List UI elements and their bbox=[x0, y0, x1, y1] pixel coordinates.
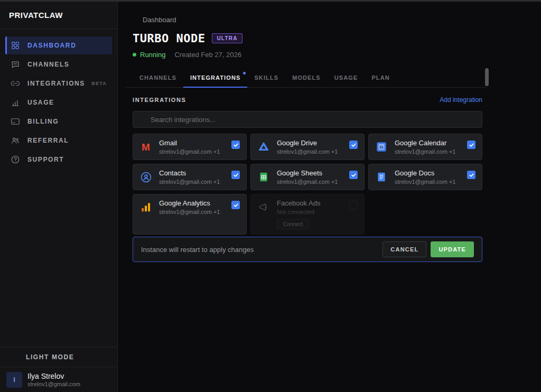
scrollbar-thumb[interactable] bbox=[485, 68, 489, 86]
avatar: I bbox=[6, 372, 22, 388]
tab-plan[interactable]: PLAN bbox=[365, 69, 396, 87]
integration-subtitle: strelov1@gmail.com +1 bbox=[277, 148, 345, 155]
page-title: TURBO NODE bbox=[133, 32, 205, 45]
tab-label: MODELS bbox=[292, 74, 321, 81]
tab-label: SKILLS bbox=[254, 74, 278, 81]
sidebar-nav: DASHBOARDCHANNELSINTEGRATIONSBETAUSAGEBI… bbox=[0, 29, 117, 169]
integration-card-contacts[interactable]: Contacts strelov1@gmail.com +1 bbox=[133, 164, 247, 190]
integration-card-gmail[interactable]: M Gmail strelov1@gmail.com +1 bbox=[133, 134, 247, 160]
card-body: Contacts strelov1@gmail.com +1 bbox=[159, 169, 227, 185]
notification-dot bbox=[243, 72, 246, 74]
integrations-icon bbox=[11, 79, 20, 88]
search-bar bbox=[133, 111, 482, 128]
google-calendar-icon: 31 bbox=[375, 141, 388, 153]
restart-message: Instance will restart to apply changes bbox=[141, 246, 254, 254]
integration-card-google-analytics[interactable]: Google Analytics strelov1@gmail.com +1 bbox=[133, 194, 247, 235]
integration-subtitle: strelov1@gmail.com +1 bbox=[395, 179, 463, 185]
sidebar-item-label: BILLING bbox=[27, 118, 59, 125]
integration-card-google-docs[interactable]: Google Docs strelov1@gmail.com +1 bbox=[368, 164, 482, 190]
tab-label: INTEGRATIONS bbox=[190, 74, 241, 81]
chevron-left-icon bbox=[132, 16, 139, 24]
support-icon bbox=[11, 155, 20, 164]
sidebar-item-label: DASHBOARD bbox=[27, 42, 76, 49]
tab-usage[interactable]: USAGE bbox=[328, 69, 365, 87]
integration-checkbox[interactable] bbox=[349, 141, 358, 149]
sidebar-item-channels[interactable]: CHANNELS bbox=[5, 55, 112, 73]
integration-checkbox[interactable] bbox=[231, 171, 240, 179]
connect-button[interactable]: Connect bbox=[277, 219, 309, 229]
facebook-ads-icon bbox=[257, 201, 270, 213]
referral-icon bbox=[11, 136, 20, 145]
integration-checkbox[interactable] bbox=[231, 141, 240, 149]
integration-card-facebook-ads[interactable]: Facebook Ads Not connectedConnect bbox=[250, 194, 365, 235]
google-analytics-icon bbox=[139, 201, 152, 213]
cancel-button[interactable]: CANCEL bbox=[383, 241, 426, 257]
integration-checkbox[interactable] bbox=[467, 171, 475, 179]
sidebar-bottom: LIGHT MODE I Ilya Strelov strelov1@gmail… bbox=[0, 347, 117, 392]
card-body: Google Sheets strelov1@gmail.com +1 bbox=[277, 169, 345, 185]
tab-channels[interactable]: CHANNELS bbox=[133, 69, 183, 87]
plus-icon bbox=[431, 97, 437, 103]
brand-name: PRIVATCLAW bbox=[9, 11, 63, 20]
breadcrumb[interactable]: Dashboard bbox=[132, 16, 176, 24]
integration-checkbox[interactable] bbox=[231, 201, 240, 209]
beta-badge: BETA bbox=[91, 81, 107, 86]
integration-name: Google Sheets bbox=[277, 169, 345, 177]
gmail-icon: M bbox=[139, 141, 152, 153]
tab-bar: CHANNELSINTEGRATIONSSKILLSMODELSUSAGEPLA… bbox=[125, 69, 486, 88]
integrations-section-header: INTEGRATIONS Add integration bbox=[133, 96, 482, 104]
status-dot bbox=[133, 53, 136, 57]
sidebar-item-label: INTEGRATIONS bbox=[27, 80, 85, 87]
channels-icon bbox=[11, 60, 20, 69]
integration-subtitle: strelov1@gmail.com +1 bbox=[277, 179, 345, 185]
integrations-grid: M Gmail strelov1@gmail.com +1 Google Dri… bbox=[133, 134, 482, 235]
apply-changes-bar: Instance will restart to apply changes C… bbox=[133, 237, 482, 262]
section-title: INTEGRATIONS bbox=[133, 97, 186, 103]
light-mode-toggle[interactable]: LIGHT MODE bbox=[0, 347, 117, 367]
user-name: Ilya Strelov bbox=[27, 372, 80, 380]
sidebar-item-support[interactable]: SUPPORT bbox=[5, 151, 112, 169]
card-body: Google Drive strelov1@gmail.com +1 bbox=[277, 139, 345, 155]
sidebar-item-label: REFERRAL bbox=[27, 137, 69, 144]
tab-skills[interactable]: SKILLS bbox=[247, 69, 285, 87]
kebab-menu-icon[interactable] bbox=[468, 35, 477, 44]
active-indicator bbox=[5, 36, 7, 54]
integration-subtitle: strelov1@gmail.com +1 bbox=[159, 209, 227, 215]
google-docs-icon bbox=[375, 171, 388, 183]
integration-checkbox[interactable] bbox=[349, 201, 358, 209]
update-button[interactable]: UPDATE bbox=[431, 241, 474, 257]
sidebar-item-billing[interactable]: BILLING bbox=[5, 113, 112, 130]
sidebar-item-referral[interactable]: REFERRAL bbox=[5, 132, 112, 150]
integration-card-google-drive[interactable]: Google Drive strelov1@gmail.com +1 bbox=[250, 134, 365, 160]
user-row[interactable]: I Ilya Strelov strelov1@gmail.com bbox=[0, 367, 117, 392]
logout-icon[interactable] bbox=[102, 376, 111, 384]
card-body: Facebook Ads Not connectedConnect bbox=[277, 199, 345, 229]
sidebar-item-dashboard[interactable]: DASHBOARD bbox=[5, 36, 112, 54]
dashboard-icon bbox=[11, 41, 20, 50]
tab-models[interactable]: MODELS bbox=[285, 69, 328, 87]
breadcrumb-label: Dashboard bbox=[143, 16, 176, 24]
status-row: Running Created Feb 27, 2026 bbox=[133, 51, 241, 59]
footer-buttons: CANCEL UPDATE bbox=[383, 241, 474, 257]
plan-badge: ULTRA bbox=[212, 33, 242, 43]
integration-card-google-calendar[interactable]: 31 Google Calendar strelov1@gmail.com +1 bbox=[368, 134, 482, 160]
integration-checkbox[interactable] bbox=[349, 171, 358, 179]
integration-name: Google Docs bbox=[395, 169, 463, 177]
tab-integrations[interactable]: INTEGRATIONS bbox=[183, 69, 248, 87]
user-info: Ilya Strelov strelov1@gmail.com bbox=[27, 372, 80, 387]
sidebar-item-usage[interactable]: USAGE bbox=[5, 94, 112, 111]
google-drive-icon bbox=[257, 141, 270, 153]
svg-text:31: 31 bbox=[379, 145, 384, 150]
add-integration-button[interactable]: Add integration bbox=[431, 96, 482, 104]
sun-icon bbox=[10, 353, 18, 361]
integration-subtitle: strelov1@gmail.com +1 bbox=[159, 179, 227, 185]
integration-card-google-sheets[interactable]: Google Sheets strelov1@gmail.com +1 bbox=[250, 164, 365, 190]
integration-checkbox[interactable] bbox=[467, 141, 475, 149]
search-input[interactable] bbox=[151, 116, 476, 124]
sidebar-item-integrations[interactable]: INTEGRATIONSBETA bbox=[5, 74, 112, 92]
user-email: strelov1@gmail.com bbox=[27, 381, 80, 387]
card-body: Google Analytics strelov1@gmail.com +1 bbox=[159, 199, 227, 215]
billing-icon bbox=[11, 117, 20, 126]
card-body: Gmail strelov1@gmail.com +1 bbox=[159, 139, 227, 155]
sidebar: PRIVATCLAW DASHBOARDCHANNELSINTEGRATIONS… bbox=[0, 2, 118, 392]
